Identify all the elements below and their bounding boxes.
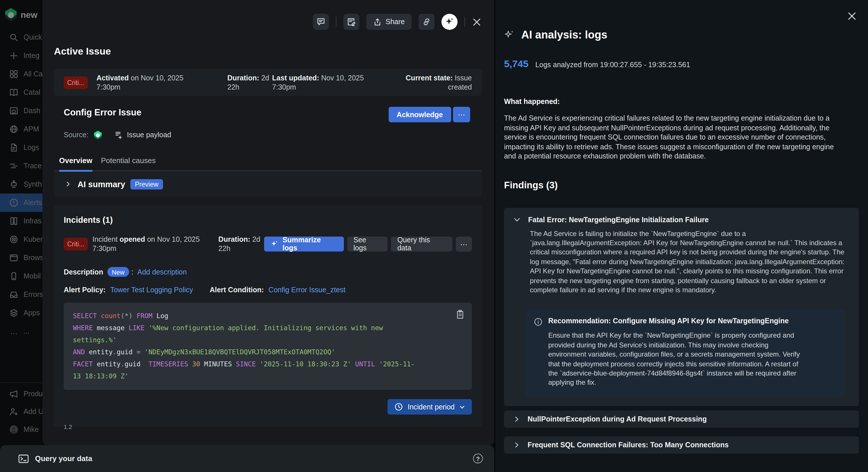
current-state-info: Current state: Issue created	[396, 73, 472, 92]
tab-overview[interactable]: Overview	[59, 154, 92, 172]
note-edit-icon	[346, 17, 355, 26]
sidebar-item-apps[interactable]: Apps	[0, 304, 42, 322]
last-updated-info: Last updated: Nov 10, 2025 7:30pm	[272, 73, 396, 92]
sidebar-item-dashboards[interactable]: Dash	[0, 101, 42, 120]
sidebar-item-label: Integ	[24, 52, 40, 60]
incident-period-button[interactable]: Incident period	[388, 399, 472, 415]
share-button[interactable]: Share	[366, 14, 412, 30]
sidebar-item-browser[interactable]: Brows	[0, 248, 42, 267]
add-description-link[interactable]: Add description	[137, 268, 187, 276]
sidebar-item-traces[interactable]: Trace	[0, 157, 42, 175]
finding-row-collapsed[interactable]: NullPointerException during Ad Request P…	[504, 411, 859, 428]
log-count: 5,745	[504, 59, 528, 70]
chevron-down-icon	[513, 216, 521, 224]
query-this-data-button[interactable]: Query this data	[391, 237, 452, 252]
alerts-icon	[9, 198, 19, 207]
finding-title: Fatal Error: NewTargetingEngine Initiali…	[528, 216, 709, 224]
sidebar-item-product-tour[interactable]: Produ	[0, 385, 42, 403]
tab-potential-causes[interactable]: Potential causes	[101, 154, 156, 171]
sidebar-item-alerts[interactable]: Alerts	[0, 194, 42, 212]
help-icon[interactable]: ?	[473, 453, 483, 463]
sidebar-item-kubernetes[interactable]: Kuber	[0, 230, 42, 248]
incident-period-row: Incident period	[64, 399, 472, 415]
issue-status-card: Criti... Activated on Nov 10, 2025 7:30p…	[54, 69, 482, 96]
ai-panel-title: AI analysis: logs	[521, 29, 608, 41]
more-icon: …	[9, 327, 19, 336]
share-label: Share	[385, 18, 405, 26]
alert-policy-link[interactable]: Tower Test Logging Policy	[110, 286, 193, 294]
incident-more-button[interactable]: ⋯	[456, 237, 472, 252]
alert-condition-label: Alert Condition:	[210, 286, 264, 294]
sidebar-item-label: Errors	[24, 291, 42, 299]
finding-row-collapsed[interactable]: Frequent SQL Connection Failures: Too Ma…	[504, 436, 859, 453]
toolbar-divider	[336, 17, 336, 27]
ai-panel-close-button[interactable]	[847, 11, 857, 21]
sidebar-footer: ProduAdd UMike	[0, 382, 42, 438]
ai-summary-section[interactable]: AI summary Preview	[54, 172, 482, 196]
sidebar-item-apm[interactable]: APM	[0, 120, 42, 138]
chevron-right-icon	[513, 442, 520, 448]
see-logs-button[interactable]: See logs	[347, 237, 388, 252]
acknowledge-button[interactable]: Acknowledge	[389, 107, 451, 122]
issue-payload-button[interactable]: Issue payload	[114, 130, 171, 139]
critical-badge[interactable]: Criti...	[64, 76, 88, 89]
alert-condition-link[interactable]: Config Error Issue_ztest	[268, 286, 345, 294]
sidebar-item-more[interactable]: …...	[0, 322, 42, 341]
source-label: Source:	[64, 131, 88, 139]
notes-button[interactable]	[343, 14, 359, 30]
sidebar-item-profile[interactable]: Mike	[0, 420, 42, 438]
sidebar-item-all-capabilities[interactable]: All Ca	[0, 65, 42, 83]
integrations-icon	[9, 51, 19, 60]
sidebar-item-logs[interactable]: Logs	[0, 138, 42, 157]
new-relic-source-icon[interactable]	[94, 130, 102, 140]
comment-button[interactable]	[313, 14, 329, 30]
clock-icon	[394, 403, 403, 411]
sidebar-item-catalogs[interactable]: Catal	[0, 83, 42, 101]
incidents-section: Incidents (1) Criti... Incident opened o…	[54, 206, 482, 426]
issue-title: Config Error Issue	[64, 107, 141, 118]
what-happened-body: The Ad Service is experiencing critical …	[504, 114, 844, 161]
brand-logo[interactable]: new	[0, 0, 42, 21]
issue-tabs: Overview Potential causes	[54, 154, 482, 171]
chevron-down-icon	[459, 404, 465, 410]
chevron-right-icon	[65, 181, 71, 187]
query-your-data-bar[interactable]: Query your data ?	[0, 445, 494, 472]
finding-title: Frequent SQL Connection Failures: Too Ma…	[528, 441, 729, 449]
incident-actions: Summarize logs See logs Query this data …	[264, 237, 472, 252]
traces-icon	[9, 161, 19, 171]
sidebar-item-quick-find[interactable]: Quick	[0, 28, 42, 47]
link-icon	[422, 17, 431, 26]
duration-info: Duration: 2d 22h	[227, 73, 272, 92]
sparkle-icon	[445, 17, 454, 26]
copy-query-button[interactable]	[456, 309, 464, 319]
finding-header[interactable]: Fatal Error: NewTargetingEngine Initiali…	[513, 216, 849, 224]
activated-info: Activated on Nov 10, 2025 7:30pm	[96, 73, 227, 92]
finding-title: NullPointerException during Ad Request P…	[528, 415, 707, 423]
sidebar-item-label: Quick	[24, 33, 42, 41]
incident-opened-info: Incident opened on Nov 10, 2025 7:30pm	[92, 235, 218, 253]
copy-link-button[interactable]	[418, 14, 435, 30]
sidebar-item-label: Mobil	[24, 272, 41, 280]
sidebar-item-infrastructure[interactable]: Infras	[0, 212, 42, 230]
sidebar-item-label: Logs	[24, 144, 39, 152]
sidebar-item-label: Alerts	[24, 199, 42, 207]
sidebar-item-synthetics[interactable]: Synth	[0, 175, 42, 194]
sidebar-item-integrations[interactable]: Integ	[0, 47, 42, 65]
recommendation-body: Ensure that the API Key for the `NewTarg…	[548, 331, 808, 388]
ai-assistant-button[interactable]	[441, 14, 458, 30]
dashboards-icon	[9, 106, 19, 115]
sidebar-item-mobile[interactable]: Mobil	[0, 267, 42, 285]
critical-badge[interactable]: Criti...	[64, 238, 88, 250]
errors-icon	[9, 290, 19, 299]
description-label: Description	[64, 268, 103, 276]
sidebar-item-errors[interactable]: Errors	[0, 285, 42, 304]
sidebar-item-label: Apps	[24, 309, 40, 317]
finding-body: The Ad Service is failing to initialize …	[530, 229, 849, 295]
new-relic-logo-icon	[5, 7, 17, 21]
issue-more-button[interactable]: ⋯	[453, 107, 470, 122]
terminal-icon	[19, 454, 29, 463]
preview-badge: Preview	[130, 179, 163, 189]
summarize-logs-button[interactable]: Summarize logs	[264, 237, 344, 252]
close-button[interactable]	[472, 17, 482, 27]
sidebar-item-add-user[interactable]: Add U	[0, 403, 42, 420]
